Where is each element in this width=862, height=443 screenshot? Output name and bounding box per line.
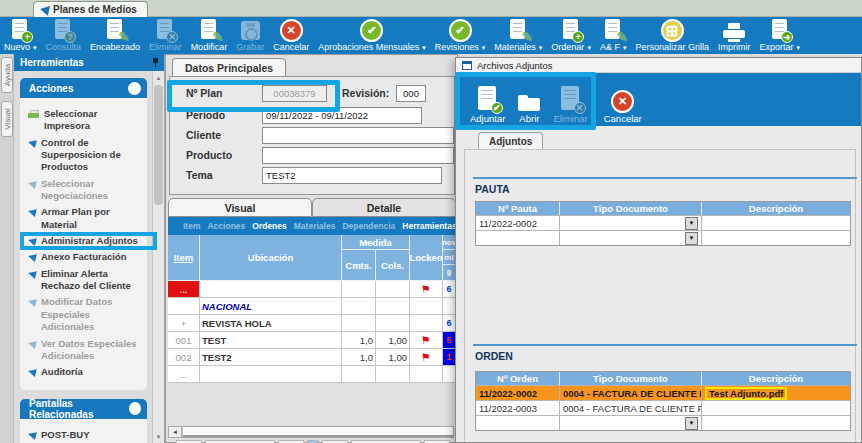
group-label: NACIONAL	[200, 298, 342, 315]
orden-row-selected[interactable]: 11/2022-0002 0004 - FACTURA DE CLIENTE P…	[476, 385, 850, 400]
toolbar-button-personalizar-grilla[interactable]: ⊞ Personalizar Grilla	[635, 18, 709, 53]
toolbar-button-eliminar: ✕ Eliminar	[149, 18, 182, 53]
sidebar-item-administrar-adjuntos[interactable]: Administrar Adjuntos	[28, 235, 145, 247]
scrollbar-thumb[interactable]	[154, 85, 163, 205]
dropdown-arrow-icon[interactable]: ▼	[685, 417, 698, 430]
orden-row[interactable]: ▼	[476, 415, 850, 430]
col-header-tipo-documento: Tipo Documento	[560, 372, 702, 385]
sidebar-item-control-superposicion[interactable]: Control de Superposicion de Productos	[28, 137, 145, 174]
toolbar-button-ordenar[interactable]: + Ordenar▾	[551, 18, 591, 53]
grid-row-nacional[interactable]: NACIONAL	[168, 298, 456, 315]
col-header-lockeo[interactable]: Lockeo	[410, 235, 443, 281]
dropdown-arrow-icon[interactable]: ▼	[685, 217, 698, 230]
col-header-ubicacion[interactable]: Ubicación	[200, 235, 342, 281]
col-header-medida: Medida	[342, 235, 410, 250]
dropdown-caret-icon: ▾	[33, 42, 37, 53]
pauta-row[interactable]: ▼	[476, 230, 850, 245]
toolbar-button-aprobaciones-mensuales[interactable]: ✔ Aprobaciones Mensuales▾	[318, 18, 426, 53]
vertical-tab-ayuda[interactable]: Ayuda	[1, 57, 13, 93]
acciones-header: Acciones	[20, 78, 147, 98]
desc-cell	[702, 231, 850, 245]
arrow-icon	[27, 179, 37, 189]
collapse-circle-icon[interactable]	[128, 82, 141, 95]
tema-field[interactable]: TEST2	[262, 167, 442, 184]
orden-row[interactable]: 11/2022-0003 0004 - FACTURA DE CLIENTE P…	[476, 400, 850, 415]
menu-acciones[interactable]: Acciones	[207, 221, 245, 231]
producto-field[interactable]	[262, 147, 454, 164]
sidebar-item-label: Seleccionar Impresora	[44, 108, 145, 133]
toolbar-button-materiales[interactable]: ✎ Materiales▾	[494, 18, 542, 53]
expand-cell[interactable]: +	[168, 315, 200, 332]
dropdown-arrow-icon[interactable]: ▼	[685, 232, 698, 245]
sidebar-item-label: Auditoría	[41, 366, 83, 378]
grid-row-empty[interactable]: ...	[168, 366, 456, 383]
menu-ordenes[interactable]: Ordenes	[252, 221, 287, 231]
scroll-left-icon[interactable]: ◄	[169, 427, 182, 437]
tab-visual[interactable]: Visual	[168, 198, 312, 217]
ubicacion-cell	[200, 281, 342, 298]
sidebar-item-seleccionar-impresora[interactable]: Seleccionar Impresora	[28, 108, 145, 133]
col-header-cmts[interactable]: Cmts.	[342, 250, 376, 281]
pauta-table: Nº Pauta Tipo Documento Descripción 11/2…	[475, 201, 851, 246]
revision-field[interactable]: 000	[396, 85, 426, 102]
menu-herramientas[interactable]: Herramientas	[402, 221, 456, 231]
tab-adjuntos[interactable]: Adjuntos	[478, 132, 543, 150]
toolbar-button-imprimir[interactable]: Imprimir	[718, 18, 751, 53]
scrollbar-thumb[interactable]	[182, 427, 453, 437]
desc-cell	[702, 401, 850, 415]
sidebar-item-auditoria[interactable]: Auditoría	[28, 366, 145, 378]
sidebar-item-post-buy[interactable]: POST-BUY	[28, 429, 145, 441]
grid-horizontal-scrollbar[interactable]: ◄	[168, 426, 454, 438]
sidebar-item-eliminar-alerta-rechazo[interactable]: Eliminar Alerta Rechazo del Cliente	[28, 268, 145, 293]
desc-cell[interactable]: Test Adjunto.pdf	[709, 388, 783, 399]
plan-number-field[interactable]: 00038379	[262, 85, 327, 102]
toolbar-button-modificar[interactable]: ✎ Modificar	[191, 18, 228, 53]
grid-row-revista-hola[interactable]: + REVISTA HOLA 6	[168, 315, 456, 332]
pauta-row[interactable]: 11/2022-0002 ▼	[476, 215, 850, 230]
grid-row-test2[interactable]: 002 TEST2 1,0 1,00 ⚑ 1	[168, 349, 456, 366]
col-header-cols[interactable]: Cols.	[376, 250, 410, 281]
orden-table: Nº Orden Tipo Documento Descripción 11/2…	[475, 371, 851, 431]
toolbar-button-adjuntar[interactable]: ✔ Adjuntar	[470, 75, 505, 124]
tab-label: Datos Principales	[185, 62, 273, 74]
pin-icon[interactable]	[151, 57, 160, 68]
periodo-field[interactable]: 09/11/2022 - 09/11/2022	[262, 107, 422, 124]
toolbar-button-exportar[interactable]: ➜ Exportar▾	[759, 18, 800, 53]
thumbs-up-icon: ✔	[449, 19, 472, 42]
annotation-box-test-adjunto: Test Adjunto.pdf	[705, 387, 787, 400]
window-tab-title: Planes de Medios	[53, 4, 137, 15]
attachments-titlebar[interactable]: Archivos Adjuntos	[456, 58, 861, 73]
pencil-icon: ✎	[118, 29, 130, 45]
toolbar-grip-handle[interactable]	[458, 76, 461, 123]
menu-item[interactable]: Item	[183, 221, 200, 231]
section-title: Pantallas Relacionadas	[29, 398, 129, 420]
edit-document-icon: ✎	[198, 19, 220, 42]
toolbar-button-cancelar-adjuntos[interactable]: ✕ Cancelar	[604, 75, 642, 124]
toolbar-button-abrir[interactable]: Abrir	[517, 75, 541, 124]
toolbar-button-revisiones[interactable]: ✔ Revisiones▾	[435, 18, 486, 53]
window-tab-planes-de-medios[interactable]: Planes de Medios	[33, 1, 148, 17]
grid-row-test[interactable]: 001 TEST 1,0 1,00 ⚑ 5	[168, 332, 456, 349]
sidebar-scrollbar[interactable]: ▲ ▼	[152, 71, 164, 443]
collapse-circle-icon[interactable]	[129, 402, 141, 415]
item-cell[interactable]: ...	[168, 281, 200, 298]
col-header-item[interactable]: Item	[174, 252, 194, 263]
grid-row-total[interactable]: ... ⚑ 6	[168, 281, 456, 298]
cliente-field[interactable]	[262, 127, 454, 144]
scroll-up-icon[interactable]: ▲	[153, 72, 164, 83]
sidebar-item-anexo-facturacion[interactable]: Anexo Facturación	[28, 251, 145, 263]
menu-materiales[interactable]: Materiales	[294, 221, 336, 231]
vertical-tab-visual[interactable]: Visual	[1, 101, 13, 137]
arrow-icon	[27, 269, 37, 279]
sidebar-item-armar-plan-por-material[interactable]: Armar Plan por Material	[28, 206, 145, 231]
tab-detalle[interactable]: Detalle	[312, 198, 456, 217]
toolbar-button-nuevo[interactable]: + Nuevo▾	[4, 18, 37, 53]
toolbar-button-cancelar[interactable]: ✕ Cancelar	[273, 18, 309, 53]
toolbar-button-encabezado[interactable]: ✎ Encabezado	[90, 18, 140, 53]
scroll-down-icon[interactable]: ▼	[153, 431, 164, 442]
cols-cell: 1,00	[376, 332, 410, 349]
button-label: Imprimir	[718, 42, 751, 53]
menu-dependencia[interactable]: Dependencia	[342, 221, 395, 231]
toolbar-button-af[interactable]: ✎ A& F▾	[600, 18, 627, 53]
tab-datos-principales[interactable]: Datos Principales	[172, 58, 286, 77]
